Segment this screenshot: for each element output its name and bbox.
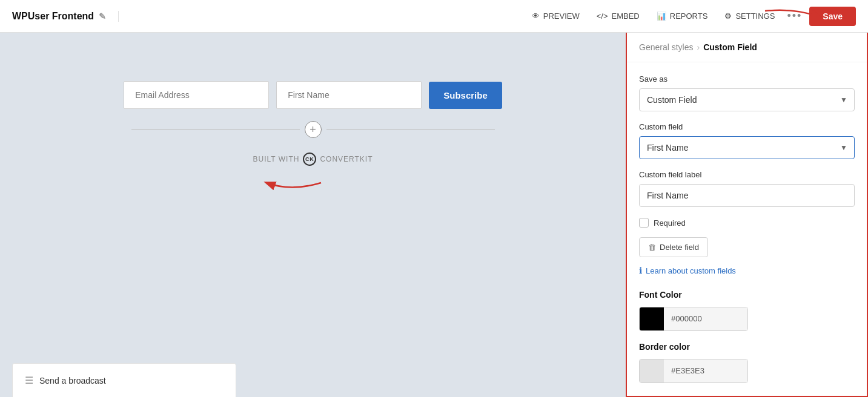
- font-color-value: #000000: [664, 307, 747, 330]
- more-options-button[interactable]: •••: [787, 10, 802, 22]
- brand-title: WPUser Frontend: [12, 11, 94, 22]
- email-input[interactable]: [124, 81, 269, 109]
- preview-nav-item[interactable]: 👁 PREVIEW: [532, 11, 580, 21]
- add-row-line-right: [326, 130, 495, 130]
- custom-field-label: Custom field: [639, 122, 855, 131]
- embed-nav-item[interactable]: </> EMBED: [597, 11, 640, 21]
- font-color-row[interactable]: #000000: [639, 307, 748, 331]
- breadcrumb-separator: ›: [697, 42, 700, 52]
- border-color-label: Border color: [639, 342, 855, 352]
- broadcast-card[interactable]: ☰ Send a broadcast: [12, 363, 236, 397]
- border-color-row[interactable]: #E3E3E3: [639, 359, 748, 383]
- firstname-input[interactable]: [276, 81, 422, 109]
- save-button[interactable]: Save: [809, 7, 856, 26]
- convertkit-logo: CK: [303, 153, 316, 166]
- trash-icon: 🗑: [648, 243, 656, 252]
- canvas: Subscribe + BUILT WITH CK ConvertKit: [0, 33, 626, 397]
- border-color-value: #E3E3E3: [664, 359, 747, 382]
- settings-icon: ⚙: [724, 11, 732, 21]
- sidebar: General styles › Custom Field Save as Cu…: [626, 33, 868, 397]
- font-color-group: Font Color #000000: [639, 290, 855, 331]
- embed-icon: </>: [597, 11, 608, 21]
- custom-field-select[interactable]: First Name: [639, 136, 855, 159]
- save-as-group: Save as Custom Field ▼: [639, 74, 855, 111]
- save-as-select[interactable]: Custom Field: [639, 88, 855, 111]
- required-row: Required: [639, 218, 855, 228]
- save-as-label: Save as: [639, 74, 855, 84]
- main-layout: Subscribe + BUILT WITH CK ConvertKit: [0, 33, 868, 397]
- built-with: BUILT WITH CK ConvertKit: [253, 153, 373, 166]
- required-checkbox[interactable]: [639, 218, 649, 228]
- subscribe-button[interactable]: Subscribe: [429, 82, 502, 109]
- custom-field-select-wrapper: First Name ▼: [639, 136, 855, 159]
- edit-icon[interactable]: ✎: [99, 11, 106, 21]
- custom-field-label-label: Custom field label: [639, 170, 855, 179]
- topbar: WPUser Frontend ✎ 👁 PREVIEW </> EMBED 📊 …: [0, 0, 868, 33]
- broadcast-label: Send a broadcast: [39, 376, 106, 386]
- learn-custom-fields-link[interactable]: ℹ Learn about custom fields: [639, 266, 855, 275]
- add-row-line-left: [131, 130, 300, 130]
- info-icon: ℹ: [639, 266, 642, 275]
- breadcrumb-current: Custom Field: [703, 42, 757, 52]
- custom-field-label-input[interactable]: [639, 184, 855, 207]
- required-label: Required: [654, 218, 686, 228]
- top-nav: 👁 PREVIEW </> EMBED 📊 REPORTS ⚙ SETTINGS: [532, 11, 775, 21]
- brand-area: WPUser Frontend ✎: [12, 11, 119, 22]
- form-row: Subscribe: [124, 81, 502, 109]
- custom-field-label-group: Custom field label: [639, 170, 855, 207]
- border-color-swatch: [640, 359, 664, 382]
- sidebar-header: General styles › Custom Field: [627, 33, 867, 62]
- font-color-swatch: [640, 307, 664, 330]
- sidebar-body: Save as Custom Field ▼ Custom field Firs…: [627, 62, 867, 397]
- font-color-label: Font Color: [639, 290, 855, 300]
- preview-icon: 👁: [532, 11, 540, 21]
- save-as-select-wrapper: Custom Field ▼: [639, 88, 855, 111]
- settings-nav-item[interactable]: ⚙ SETTINGS: [724, 11, 775, 21]
- border-color-group: Border color #E3E3E3: [639, 342, 855, 383]
- custom-field-group: Custom field First Name ▼: [639, 122, 855, 159]
- reports-icon: 📊: [657, 11, 666, 21]
- delete-field-button[interactable]: 🗑 Delete field: [639, 237, 708, 257]
- breadcrumb-parent[interactable]: General styles: [639, 42, 693, 52]
- add-field-button[interactable]: +: [305, 121, 322, 138]
- reports-nav-item[interactable]: 📊 REPORTS: [657, 11, 708, 21]
- add-row: +: [131, 121, 495, 138]
- broadcast-icon: ☰: [25, 375, 33, 386]
